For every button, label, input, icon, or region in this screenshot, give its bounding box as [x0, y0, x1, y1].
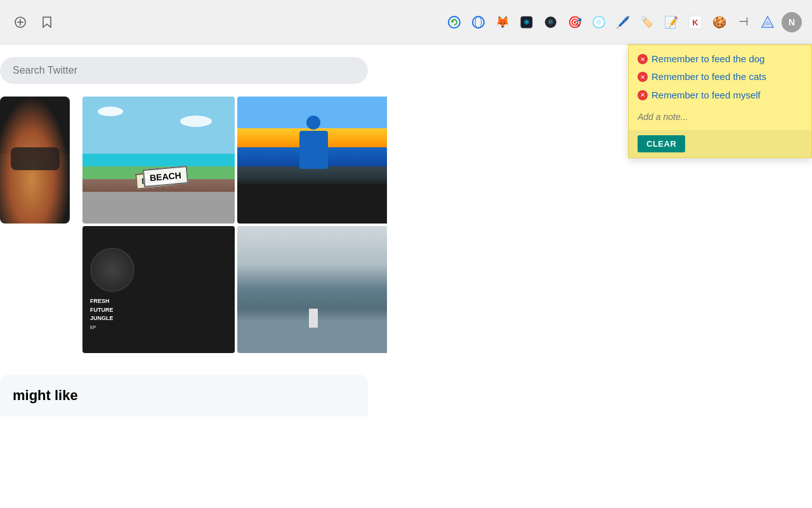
- might-like-label: might like: [0, 375, 368, 417]
- street-image[interactable]: [237, 226, 387, 353]
- sticky-notes-content: ✕ Remember to feed the dog ✕ Remember to…: [629, 45, 811, 130]
- svg-point-7: [475, 17, 481, 28]
- man-silhouette: [298, 116, 329, 192]
- svg-marker-5: [452, 20, 454, 23]
- cookie-icon[interactable]: 🍪: [709, 12, 730, 32]
- dropper-icon[interactable]: 🖊️: [613, 12, 633, 32]
- add-note-input[interactable]: [638, 112, 802, 122]
- search-input[interactable]: [0, 57, 368, 84]
- user-avatar[interactable]: N: [782, 12, 802, 32]
- cloud1: [98, 107, 123, 116]
- react-ext-icon[interactable]: ⚛: [540, 12, 561, 32]
- clear-button[interactable]: CLEAR: [638, 135, 685, 152]
- svg-text:⚛: ⚛: [547, 17, 554, 27]
- compose-icon[interactable]: 📝: [661, 12, 681, 32]
- svg-point-4: [449, 17, 460, 28]
- svg-text:⊣: ⊣: [738, 15, 749, 28]
- svg-text:K: K: [692, 18, 698, 27]
- svg-text:⚛: ⚛: [523, 18, 530, 26]
- note-3-text: Remember to feed myself: [652, 89, 802, 102]
- close-note-1-button[interactable]: ✕: [638, 54, 648, 64]
- opera-icon[interactable]: [468, 12, 488, 32]
- svg-text:⚛: ⚛: [595, 17, 603, 27]
- bottom-section: might like: [0, 362, 387, 417]
- record-disc: [90, 248, 134, 292]
- svg-point-6: [473, 17, 484, 28]
- cloud2: [180, 116, 212, 127]
- close-note-3-button[interactable]: ✕: [638, 90, 648, 100]
- browser-toolbar: 🦊 ⚛ ⚛ 🎯 ⚛ 🖊️ 🏷️ 📝 K: [0, 0, 812, 44]
- toolbar-extensions: 🦊 ⚛ ⚛ 🎯 ⚛ 🖊️ 🏷️ 📝 K: [444, 12, 802, 32]
- refresh-ext-icon[interactable]: [444, 12, 464, 32]
- bookmark-button[interactable]: [37, 12, 57, 32]
- child-figure: [309, 309, 318, 328]
- album-text: FRESHFUTUREJUNGLEEP: [90, 297, 227, 331]
- close-note-2-button[interactable]: ✕: [638, 72, 648, 82]
- beach-image[interactable]: BEACH: [82, 97, 235, 224]
- images-grid: BEACH: [82, 97, 387, 356]
- profile-avatar: [0, 97, 70, 224]
- album-image[interactable]: FRESHFUTUREJUNGLEEP: [82, 226, 235, 353]
- main-content: BEACH: [0, 44, 812, 508]
- toolbar-nav-buttons: [10, 12, 57, 32]
- sticky-footer: CLEAR: [629, 130, 811, 157]
- album-cover: FRESHFUTUREJUNGLEEP: [82, 226, 235, 353]
- note-1-text: Remember to feed the dog: [652, 53, 802, 65]
- search-area: [0, 44, 387, 90]
- man-body: [299, 131, 328, 169]
- tuktuk-image[interactable]: [237, 97, 387, 224]
- twitter-panel: BEACH: [0, 44, 387, 508]
- metamask-icon[interactable]: 🦊: [492, 12, 513, 32]
- atom-icon[interactable]: ⚛: [516, 12, 537, 32]
- note-2-text: Remember to feed the cats: [652, 70, 802, 83]
- react2-ext-icon[interactable]: ⚛: [589, 12, 609, 32]
- avatar-glasses: [11, 147, 60, 170]
- merge-icon[interactable]: ⊣: [733, 12, 754, 32]
- man-head: [306, 116, 320, 130]
- profile-column: [0, 97, 82, 356]
- target-icon[interactable]: 🎯: [565, 12, 585, 32]
- beach-sign: BEACH: [135, 170, 177, 190]
- sticky-note-2: ✕ Remember to feed the cats: [638, 70, 802, 83]
- sticky-note-1: ✕ Remember to feed the dog: [638, 53, 802, 65]
- svg-marker-3: [43, 17, 51, 27]
- k-icon[interactable]: K: [685, 12, 705, 32]
- sticky-notes-panel: ✕ Remember to feed the dog ✕ Remember to…: [628, 44, 812, 158]
- drive-icon[interactable]: [757, 12, 778, 32]
- add-tab-button[interactable]: [10, 12, 30, 32]
- tag-icon[interactable]: 🏷️: [637, 12, 657, 32]
- content-area: BEACH: [0, 90, 387, 362]
- sticky-note-3: ✕ Remember to feed myself: [638, 89, 802, 102]
